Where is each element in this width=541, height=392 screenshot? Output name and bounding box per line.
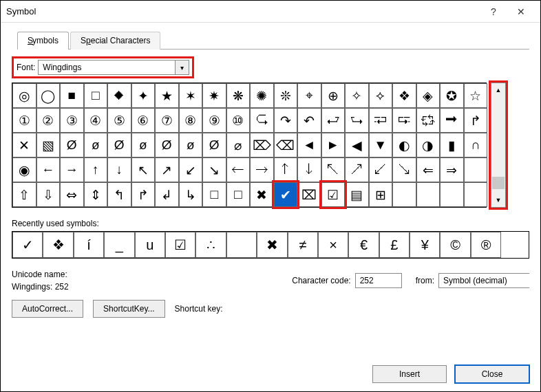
symbol-cell[interactable]: ⯁	[107, 83, 131, 108]
symbol-cell[interactable]: ◉	[12, 157, 36, 182]
shortcut-key-button[interactable]: Shortcut Key...	[93, 300, 165, 318]
symbol-cell[interactable]: ✺	[250, 83, 274, 108]
symbol-cell[interactable]: ✦	[131, 83, 156, 108]
symbol-cell[interactable]: ↖	[131, 157, 156, 182]
font-input[interactable]	[39, 61, 175, 74]
symbol-cell[interactable]: ø	[179, 133, 203, 157]
symbol-cell[interactable]: ③	[60, 108, 84, 133]
symbol-cell[interactable]: ①	[12, 108, 36, 133]
symbol-cell[interactable]: ⮑	[345, 108, 369, 133]
recent-symbol-cell[interactable]: ×	[318, 232, 348, 258]
symbol-cell[interactable]: ◄	[297, 133, 321, 157]
symbol-cell[interactable]: ↱	[464, 108, 488, 133]
symbol-cell[interactable]: □	[202, 182, 226, 207]
symbol-cell[interactable]: ☑	[321, 182, 346, 207]
symbol-cell[interactable]: ⌀	[226, 133, 251, 157]
symbol-cell[interactable]: ✶	[179, 83, 203, 108]
symbol-cell[interactable]: ✧	[345, 83, 369, 108]
scroll-thumb[interactable]	[492, 177, 505, 189]
symbol-cell[interactable]: ↳	[179, 182, 203, 207]
symbol-cell[interactable]: ↰	[107, 182, 131, 207]
symbol-cell[interactable]: 🡔	[321, 157, 346, 182]
recent-symbol-cell[interactable]: ✓	[12, 232, 43, 258]
symbol-cell[interactable]: ⌧	[297, 182, 321, 207]
symbol-cell[interactable]: 🡒	[250, 157, 274, 182]
symbol-cell[interactable]: 🡑	[274, 157, 298, 182]
symbol-cell[interactable]: Ø	[155, 133, 179, 157]
symbol-cell[interactable]: ↓	[107, 157, 131, 182]
symbol-cell[interactable]: ⮕	[440, 108, 464, 133]
symbol-cell[interactable]	[464, 182, 488, 207]
symbol-cell[interactable]: ⮎	[250, 108, 274, 133]
symbol-cell[interactable]: ■	[60, 83, 84, 108]
symbol-cell[interactable]: Ø	[60, 133, 84, 157]
symbol-cell[interactable]: ►	[321, 133, 346, 157]
symbol-cell[interactable]: →	[60, 157, 84, 182]
help-icon[interactable]: ?	[480, 6, 507, 17]
symbol-cell[interactable]	[416, 182, 441, 207]
symbol-cell[interactable]: ▤	[345, 182, 369, 207]
symbol-cell[interactable]: ❊	[274, 83, 298, 108]
symbol-cell[interactable]: ✔	[274, 182, 298, 207]
symbol-cell[interactable]: ⮔	[416, 108, 441, 133]
symbol-cell[interactable]: ✪	[440, 83, 464, 108]
symbol-cell[interactable]: ◈	[416, 83, 441, 108]
autocorrect-button[interactable]: AutoCorrect...	[12, 300, 83, 318]
symbol-cell[interactable]: ⇩	[36, 182, 61, 207]
symbol-cell[interactable]: ⇧	[12, 182, 36, 207]
symbol-cell[interactable]: ⑦	[155, 108, 179, 133]
symbol-cell[interactable]: Ø	[202, 133, 226, 157]
symbol-cell[interactable]: ▮	[440, 133, 464, 157]
symbol-cell[interactable]: ⊞	[369, 182, 393, 207]
from-combo[interactable]: ▾	[438, 273, 529, 288]
tab-symbols[interactable]: Symbols	[17, 32, 69, 50]
symbol-cell[interactable]: ∩	[464, 133, 488, 157]
recent-symbol-cell[interactable]	[226, 232, 257, 258]
recent-symbol-cell[interactable]: _	[104, 232, 134, 258]
symbol-cell[interactable]: 🡐	[226, 157, 251, 182]
symbol-cell[interactable]: 🡖	[392, 157, 416, 182]
symbol-cell[interactable]: ✕	[12, 133, 36, 157]
recent-symbol-cell[interactable]: ©	[440, 232, 470, 258]
symbol-cell[interactable]: ⟡	[369, 83, 393, 108]
insert-button[interactable]: Insert	[372, 365, 447, 383]
symbol-cell[interactable]: ↱	[131, 182, 156, 207]
font-combo[interactable]: ▾	[38, 60, 189, 75]
symbol-cell[interactable]: ④	[84, 108, 108, 133]
symbol-cell[interactable]: ✖	[250, 182, 274, 207]
symbol-cell[interactable]: ⮓	[392, 108, 416, 133]
symbol-cell[interactable]: Ø	[107, 133, 131, 157]
symbol-cell[interactable]: ø	[84, 133, 108, 157]
symbol-cell[interactable]: ⇕	[84, 182, 108, 207]
chevron-down-icon[interactable]: ▾	[175, 61, 189, 74]
symbol-cell[interactable]: ↲	[155, 182, 179, 207]
symbol-cell[interactable]	[392, 182, 416, 207]
symbol-cell[interactable]: ◎	[12, 83, 36, 108]
symbol-cell[interactable]: ✷	[202, 83, 226, 108]
symbol-cell[interactable]: ↷	[274, 108, 298, 133]
symbol-cell[interactable]: ◯	[36, 83, 61, 108]
symbol-cell[interactable]	[464, 157, 488, 182]
recent-symbol-cell[interactable]: £	[379, 232, 410, 258]
symbol-cell[interactable]: ↑	[84, 157, 108, 182]
symbol-cell[interactable]: ←	[36, 157, 61, 182]
symbol-cell[interactable]: □	[84, 83, 108, 108]
symbol-cell[interactable]: ↗	[155, 157, 179, 182]
symbol-cell[interactable]: ▧	[36, 133, 61, 157]
symbol-cell[interactable]: 🡕	[345, 157, 369, 182]
symbol-cell[interactable]: 🡗	[369, 157, 393, 182]
char-code-input[interactable]	[355, 273, 402, 288]
symbol-cell[interactable]: ⌖	[297, 83, 321, 108]
recent-symbol-cell[interactable]: ✖	[257, 232, 287, 258]
symbol-cell[interactable]: ◑	[416, 133, 441, 157]
symbol-cell[interactable]: ▼	[369, 133, 393, 157]
symbol-cell[interactable]: □	[226, 182, 251, 207]
symbol-cell[interactable]: ↙	[179, 157, 203, 182]
symbol-cell[interactable]: ⇔	[60, 182, 84, 207]
recent-symbol-cell[interactable]: u	[135, 232, 165, 258]
symbol-cell[interactable]: ⑧	[179, 108, 203, 133]
symbol-cell[interactable]: ⊕	[321, 83, 346, 108]
recent-symbol-cell[interactable]: ☑	[165, 232, 195, 258]
symbol-cell[interactable]: ↘	[202, 157, 226, 182]
symbol-cell[interactable]: ⌫	[274, 133, 298, 157]
